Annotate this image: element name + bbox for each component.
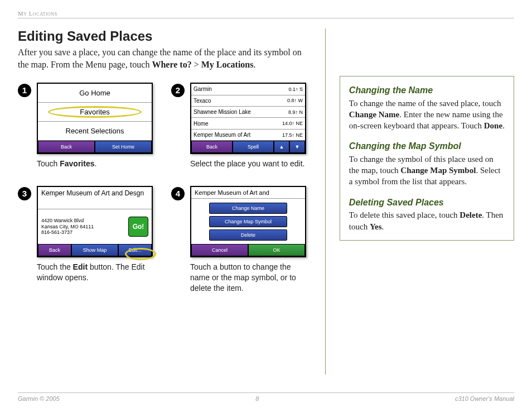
addr-line: 816-561-3737 (41, 229, 125, 236)
sb-bold: Delete (460, 210, 482, 219)
intro-sep: > (192, 60, 201, 69)
step-2-icon: 2 (171, 84, 185, 97)
edit-title: Kemper Museum of Art and (191, 187, 305, 199)
cap-text: Touch (37, 159, 60, 168)
footer-left: Garmin © 2005 (18, 395, 60, 402)
addr-line: Kansas City, MO 64111 (41, 224, 125, 230)
sb-text: . (502, 121, 505, 130)
list-item[interactable]: Texaco0.8↑ W (191, 95, 305, 107)
sb-text: To change the name of the saved place, t… (349, 99, 501, 108)
back-button[interactable]: Back (38, 141, 95, 153)
sb-text: . (382, 222, 384, 231)
item-name: Garmin (194, 86, 212, 92)
step-2-caption: Select the place you want to edit. (190, 159, 311, 169)
sidebar-box: Changing the Name To change the name of … (340, 76, 514, 241)
list-item[interactable]: Kemper Museum of Art17.5↑ NE (191, 130, 305, 141)
item-dist: 8.9↑ N (288, 109, 303, 115)
step-4-icon: 4 (171, 187, 185, 200)
step-3: 3 Kemper Museum of Art and Desgn 4420 Wa… (18, 186, 157, 294)
menu-go-home[interactable]: Go Home (38, 84, 152, 103)
ok-button[interactable]: OK (248, 244, 305, 256)
step-4-nav: Cancel OK (191, 244, 305, 256)
content-area: Editing Saved Places After you save a pl… (18, 28, 514, 375)
item-name: Texaco (194, 98, 211, 104)
step-4-screen: Kemper Museum of Art and Change Name Cha… (190, 186, 306, 257)
sb-text: To delete this saved place, touch (349, 210, 460, 219)
cancel-button[interactable]: Cancel (191, 244, 248, 256)
delete-button[interactable]: Delete (209, 229, 287, 241)
footer-page-number: 8 (255, 395, 259, 402)
scroll-up-button[interactable]: ▲ (274, 141, 289, 153)
footer-right: c310 Owner's Manual (455, 395, 514, 402)
svg-text:4: 4 (176, 189, 181, 198)
intro-bold-where: Where to? (152, 60, 191, 69)
step-1-screen: Go Home Favorites Recent Selections Back… (37, 83, 153, 154)
go-button[interactable]: Go! (128, 217, 148, 237)
intro-bold-mylocations: My Locations (201, 60, 254, 69)
section-header: My Locations (18, 10, 514, 17)
item-dist: 14.0↑ NE (282, 121, 303, 126)
steps-grid: 1 Go Home Favorites Recent Selections Ba… (18, 83, 311, 294)
step-3-caption: Touch the Edit button. The Edit window o… (37, 262, 157, 283)
show-map-button[interactable]: Show Map (71, 244, 118, 256)
place-address: 4420 Warwick Blvd Kansas City, MO 64111 … (41, 218, 125, 236)
sb-bold: Done (484, 121, 502, 130)
change-map-symbol-button[interactable]: Change Map Symbol (209, 216, 287, 227)
cap-text-end: . (95, 159, 97, 168)
right-column: Changing the Name To change the name of … (326, 28, 514, 375)
list-item[interactable]: Garmin0.1↑ S (191, 84, 305, 95)
step-4: 4 Kemper Museum of Art and Change Name C… (171, 186, 311, 294)
step-2-screen: Garmin0.1↑ S Texaco0.8↑ W Shawnee Missio… (190, 83, 306, 154)
addr-line: 4420 Warwick Blvd (41, 218, 125, 224)
header-rule (18, 18, 514, 18)
item-name: Kemper Museum of Art (194, 132, 250, 138)
change-name-button[interactable]: Change Name (209, 203, 287, 214)
step-1: 1 Go Home Favorites Recent Selections Ba… (18, 83, 157, 169)
cap-bold: Edit (73, 262, 88, 271)
svg-text:2: 2 (176, 85, 180, 95)
sidebar-heading-delete: Deleting Saved Places (349, 197, 505, 209)
back-button[interactable]: Back (38, 244, 71, 256)
highlight-ring (48, 106, 142, 118)
place-body: 4420 Warwick Blvd Kansas City, MO 64111 … (38, 209, 152, 244)
item-name: Home (194, 121, 209, 127)
favorites-list: Garmin0.1↑ S Texaco0.8↑ W Shawnee Missio… (191, 84, 305, 141)
step-2: 2 Garmin0.1↑ S Texaco0.8↑ W Shawnee Miss… (171, 83, 311, 169)
sb-bold: Change Name (349, 110, 399, 119)
left-column: Editing Saved Places After you save a pl… (18, 28, 326, 375)
menu-favorites[interactable]: Favorites (38, 103, 152, 122)
item-name: Shawnee Mission Lake (194, 109, 251, 115)
step-1-nav: Back Set Home (38, 141, 152, 153)
scroll-down-button[interactable]: ▼ (289, 141, 305, 153)
svg-text:3: 3 (22, 189, 27, 198)
back-button[interactable]: Back (191, 141, 233, 153)
sb-bold: Yes (370, 222, 382, 231)
sidebar-heading-name: Changing the Name (349, 84, 505, 97)
sidebar-heading-symbol: Changing the Map Symbol (349, 140, 505, 152)
svg-text:1: 1 (22, 85, 27, 95)
page-footer: Garmin © 2005 8 c310 Owner's Manual (18, 392, 514, 402)
item-dist: 0.8↑ W (287, 98, 303, 103)
menu-recent-selections[interactable]: Recent Selections (38, 122, 152, 141)
item-dist: 17.5↑ NE (282, 132, 303, 138)
item-dist: 0.1↑ S (288, 87, 303, 92)
sidebar-para-symbol: To change the symbol of this place used … (349, 154, 505, 188)
set-home-button[interactable]: Set Home (95, 141, 152, 153)
page-title: Editing Saved Places (18, 28, 311, 44)
sidebar-para-name: To change the name of the saved place, t… (349, 98, 505, 132)
highlight-ring (125, 248, 156, 260)
step-3-screen: Kemper Museum of Art and Desgn 4420 Warw… (37, 186, 153, 257)
step-2-nav: Back Spell ▲ ▼ (191, 141, 305, 153)
sidebar-para-delete: To delete this saved place, touch Delete… (349, 209, 505, 232)
step-1-icon: 1 (18, 84, 31, 97)
step-1-caption: Touch Favorites. (37, 159, 157, 169)
cap-text: Touch the (37, 262, 73, 271)
place-title: Kemper Museum of Art and Desgn (38, 187, 152, 209)
cap-bold: Favorites (60, 159, 94, 168)
list-item[interactable]: Home14.0↑ NE (191, 118, 305, 129)
edit-body: Change Name Change Map Symbol Delete (191, 199, 305, 244)
step-4-caption: Touch a button to change the name or the… (190, 262, 311, 294)
intro-end: . (253, 60, 255, 69)
spell-button[interactable]: Spell (233, 141, 274, 153)
list-item[interactable]: Shawnee Mission Lake8.9↑ N (191, 107, 305, 118)
